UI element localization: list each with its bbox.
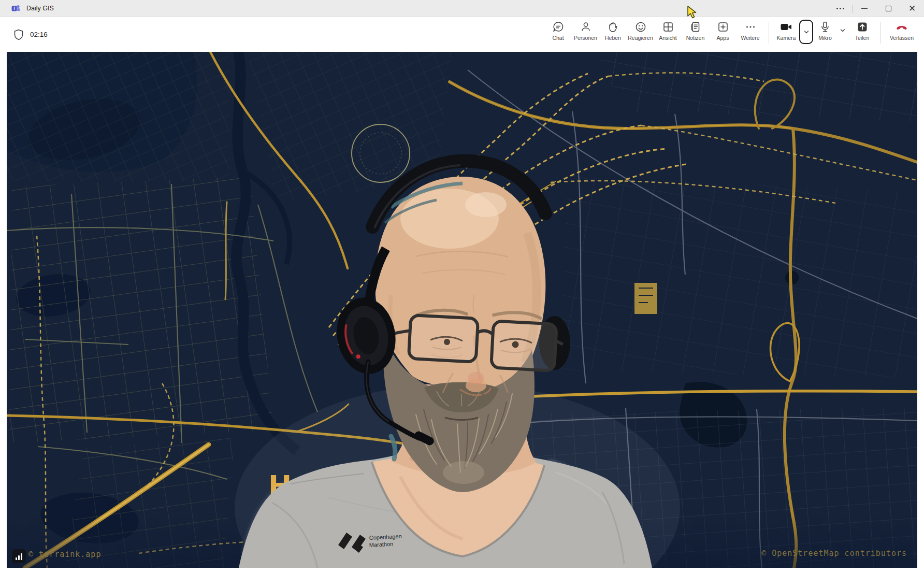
svg-text:Marathon: Marathon (369, 541, 393, 548)
chat-icon (552, 21, 565, 33)
apps-button[interactable]: Apps (709, 21, 737, 41)
people-icon (580, 21, 592, 33)
virtual-background-map: H (7, 52, 917, 568)
people-button[interactable]: Personen (572, 21, 599, 41)
video-stage: H (7, 52, 917, 568)
mic-button[interactable]: Mikro (813, 21, 837, 41)
ellipsis-icon (836, 8, 844, 9)
teams-meeting-window: { "titlebar": { "app_title": "Daily GIS"… (0, 0, 924, 573)
terraink-watermark: © terraink.app (28, 550, 101, 559)
title-bar: T Daily GIS ✕ (0, 0, 924, 17)
raise-hand-button[interactable]: Heben (599, 21, 627, 41)
camera-options-focus-ring[interactable] (799, 20, 813, 44)
react-button[interactable]: Reagieren (627, 21, 654, 41)
chevron-down-icon (840, 27, 846, 34)
camera-button[interactable]: Kamera (774, 21, 799, 41)
view-grid-icon (662, 21, 674, 33)
meeting-timer: 02:16 (13, 17, 48, 52)
more-dots-icon (744, 21, 757, 33)
camera-group: Kamera (774, 21, 813, 44)
mic-options-button[interactable] (837, 24, 848, 37)
notes-button[interactable]: Notizen (682, 21, 709, 41)
window-title: Daily GIS (26, 5, 54, 12)
share-icon (856, 21, 869, 33)
maximize-icon (886, 6, 891, 11)
minimize-icon (861, 8, 868, 9)
share-button[interactable]: Teilen (848, 21, 876, 41)
svg-text:T: T (13, 6, 16, 11)
mouse-cursor (687, 6, 698, 19)
osm-attribution: © OpenStreetMap contributors (761, 549, 907, 558)
raise-hand-icon (607, 21, 619, 33)
toolbar-controls: Chat Personen Heben Reagieren (544, 17, 918, 52)
leave-button[interactable]: Verlassen (886, 21, 918, 41)
close-button[interactable]: ✕ (900, 0, 924, 17)
camera-icon (779, 21, 793, 33)
smiley-icon (634, 21, 647, 33)
shield-icon (13, 29, 24, 40)
teams-app-icon: T (11, 4, 20, 13)
maximize-button[interactable] (876, 0, 900, 17)
mic-icon (819, 21, 831, 33)
toolbar-divider (769, 22, 769, 44)
chevron-down-icon (803, 29, 810, 35)
meeting-toolbar: 02:16 Chat Personen Heben (0, 17, 924, 52)
minimize-button[interactable] (853, 0, 876, 17)
view-button[interactable]: Ansicht (654, 21, 682, 41)
more-button[interactable]: Weitere (737, 21, 764, 41)
mic-group: Mikro (813, 21, 848, 41)
toolbar-divider (880, 22, 881, 44)
close-icon: ✕ (908, 4, 916, 13)
hangup-icon (894, 21, 909, 33)
window-more-button[interactable] (828, 0, 852, 17)
connection-quality-icon (12, 549, 26, 563)
chat-button[interactable]: Chat (544, 21, 572, 41)
apps-plus-icon (717, 21, 729, 33)
timer-value: 02:16 (30, 31, 48, 38)
notes-icon (689, 21, 702, 33)
